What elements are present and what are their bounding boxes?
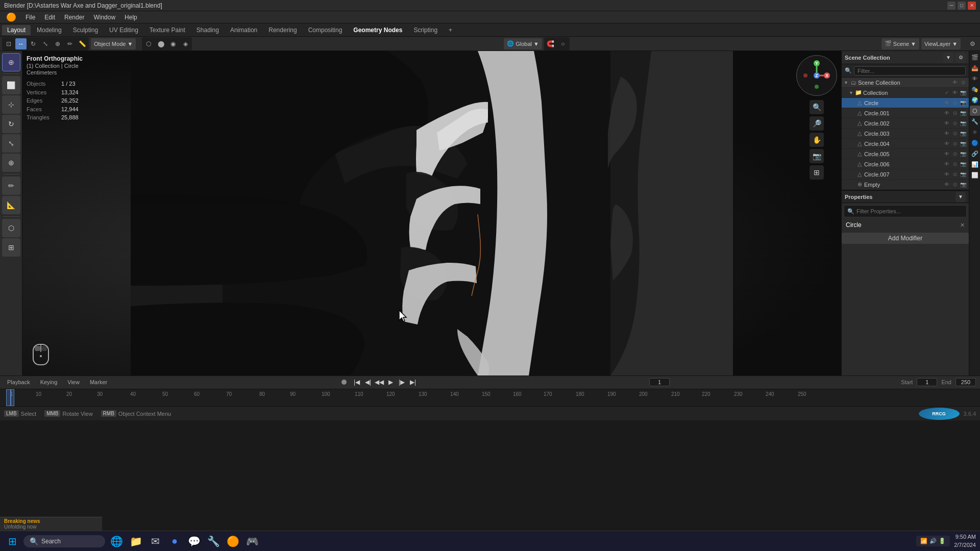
snap-icon[interactable]: 🧲: [545, 38, 556, 49]
grid-tool[interactable]: ⊞: [2, 238, 20, 257]
transform-tool[interactable]: ⊕: [2, 154, 20, 172]
zoom-out-button[interactable]: 🔎: [810, 116, 824, 131]
end-frame-input[interactable]: [955, 378, 976, 386]
keying-menu[interactable]: Keying: [37, 378, 61, 386]
annotate-icon[interactable]: ✏: [64, 38, 76, 49]
camera-button[interactable]: 📷: [810, 149, 824, 163]
minimize-button[interactable]: ─: [947, 2, 955, 10]
scale-icon[interactable]: ⤡: [40, 38, 51, 49]
play-button[interactable]: ▶: [385, 377, 396, 387]
translate-icon[interactable]: ↔: [15, 38, 27, 49]
tab-uv-editing[interactable]: UV Editing: [104, 25, 143, 35]
eye-icon[interactable]: 👁: [951, 90, 959, 95]
outliner-item-circle006[interactable]: △ Circle.006 👁 ⊙ 📷: [842, 159, 969, 169]
viewlayer-dropdown[interactable]: ViewLayer ▼: [921, 38, 961, 49]
props-tab-material[interactable]: ⬜: [970, 170, 980, 180]
tab-compositing[interactable]: Compositing: [303, 25, 348, 35]
cursor-tool[interactable]: ⊕: [2, 53, 20, 71]
outliner-search-input[interactable]: [854, 66, 966, 76]
marker-menu[interactable]: Marker: [87, 378, 110, 386]
menu-blender[interactable]: 🟠: [2, 11, 20, 23]
properties-search-input[interactable]: [856, 208, 963, 214]
props-tab-render[interactable]: 🎬: [970, 52, 980, 62]
outliner-item-circle007[interactable]: △ Circle.007 👁 ⊙ 📷: [842, 169, 969, 180]
tab-modeling[interactable]: Modeling: [32, 25, 67, 35]
outliner-item-circle002[interactable]: △ Circle.002 👁 ⊙ 📷: [842, 118, 969, 129]
outliner-item-circle004[interactable]: △ Circle.004 👁 ⊙ 📷: [842, 139, 969, 149]
viewport[interactable]: Front Orthographic (1) Collection | Circ…: [22, 51, 841, 375]
move-tool[interactable]: ⊹: [2, 95, 20, 114]
maximize-button[interactable]: □: [958, 2, 966, 10]
windows-start-button[interactable]: ⊞: [4, 533, 20, 549]
vis-icon[interactable]: ✓: [943, 90, 950, 95]
props-tab-physics[interactable]: 🔵: [970, 138, 980, 148]
options-icon[interactable]: ⚙: [967, 38, 978, 49]
play-reverse-button[interactable]: ◀◀: [374, 377, 384, 387]
scale-tool[interactable]: ⤡: [2, 134, 20, 153]
global-dropdown[interactable]: 🌐 Global ▼: [504, 38, 542, 49]
playback-menu[interactable]: Playback: [4, 378, 33, 386]
taskbar-chrome-icon[interactable]: ●: [166, 533, 183, 549]
jump-to-end-button[interactable]: ▶|: [408, 377, 418, 387]
proportional-icon[interactable]: ○: [557, 38, 569, 49]
material-icon[interactable]: ◉: [167, 38, 179, 49]
taskbar-whatsapp-icon[interactable]: 💬: [186, 533, 202, 549]
taskbar-blender-icon[interactable]: 🟠: [225, 533, 241, 549]
row-render-icon[interactable]: 📷: [960, 100, 967, 106]
start-frame-input[interactable]: [917, 378, 937, 386]
tab-rendering[interactable]: Rendering: [263, 25, 302, 35]
scene-dropdown[interactable]: 🎬 Scene ▼: [881, 38, 919, 49]
timeline-ruler[interactable]: 1 10 20 30 40 50 60 70 80 90 100 110 120…: [0, 389, 980, 406]
add-modifier-button[interactable]: Add Modifier: [842, 233, 969, 244]
taskbar-misc-icon[interactable]: 🔧: [205, 533, 222, 549]
props-tab-modifier[interactable]: 🔧: [970, 116, 980, 127]
step-back-button[interactable]: ◀|: [363, 377, 373, 387]
props-tab-world[interactable]: 🌍: [970, 95, 980, 105]
visibility-icon[interactable]: 👁: [951, 80, 959, 85]
tab-layout[interactable]: Layout: [2, 25, 31, 35]
pan-button[interactable]: ✋: [810, 133, 824, 147]
measure-tool[interactable]: 📐: [2, 196, 20, 214]
outliner-item-collection[interactable]: ▼ 📁 Collection ✓ 👁 📷: [842, 88, 969, 98]
select-box-tool[interactable]: ⬜: [2, 76, 20, 94]
grid-button[interactable]: ⊞: [810, 165, 824, 180]
outliner-item-circle001[interactable]: △ Circle.001 👁 ⊙ 📷: [842, 108, 969, 118]
props-tab-constraints[interactable]: 🔗: [970, 148, 980, 159]
outliner-options-icon[interactable]: ⚙: [955, 53, 966, 63]
row-sel-icon[interactable]: ⊙: [951, 100, 959, 106]
jump-to-start-button[interactable]: |◀: [352, 377, 362, 387]
solid-icon[interactable]: ⬤: [155, 38, 166, 49]
tab-add[interactable]: +: [444, 25, 457, 35]
taskbar-search-button[interactable]: 🔍 Search: [23, 535, 105, 547]
rotate-icon[interactable]: ↻: [28, 38, 39, 49]
wireframe-icon[interactable]: ⬡: [143, 38, 154, 49]
menu-file[interactable]: File: [21, 13, 39, 22]
rotate-tool[interactable]: ↻: [2, 115, 20, 133]
transform-icon[interactable]: ⊕: [52, 38, 63, 49]
view-menu[interactable]: View: [64, 378, 83, 386]
annotate-tool[interactable]: ✏: [2, 177, 20, 195]
step-forward-button[interactable]: |▶: [397, 377, 407, 387]
restrict-icon[interactable]: ⊙: [960, 80, 967, 85]
row-vis-icon[interactable]: 👁: [943, 100, 950, 106]
current-frame-input[interactable]: 1: [649, 378, 670, 386]
camera-vis-icon[interactable]: 📷: [960, 90, 967, 95]
zoom-in-button[interactable]: 🔍: [810, 100, 824, 114]
props-tab-particles[interactable]: ⚛: [970, 127, 980, 137]
outliner-item-circle005[interactable]: △ Circle.005 👁 ⊙ 📷: [842, 149, 969, 159]
taskbar-mail-icon[interactable]: ✉: [147, 533, 163, 549]
close-button[interactable]: ✕: [968, 2, 976, 10]
outliner-item-circle003[interactable]: △ Circle.003 👁 ⊙ 📷: [842, 129, 969, 139]
menu-edit[interactable]: Edit: [40, 13, 59, 22]
props-tab-data[interactable]: 📊: [970, 159, 980, 169]
props-tab-object[interactable]: ⬡: [970, 106, 980, 116]
measure-icon[interactable]: 📏: [77, 38, 88, 49]
outliner-item-scene-collection[interactable]: ▼ 🗂 Scene Collection 👁 ⊙: [842, 78, 969, 88]
add-cube-tool[interactable]: ⬡: [2, 219, 20, 237]
navigation-gizmo[interactable]: X Y Z: [796, 55, 837, 96]
outliner-item-circle[interactable]: △ Circle 👁 ⊙ 📷: [842, 98, 969, 108]
window-controls[interactable]: ─ □ ✕: [947, 2, 976, 10]
props-filter-icon[interactable]: ▼: [955, 192, 966, 202]
object-mode-dropdown[interactable]: Object Mode ▼: [91, 38, 136, 49]
outliner-filter-icon[interactable]: ▼: [943, 53, 953, 63]
